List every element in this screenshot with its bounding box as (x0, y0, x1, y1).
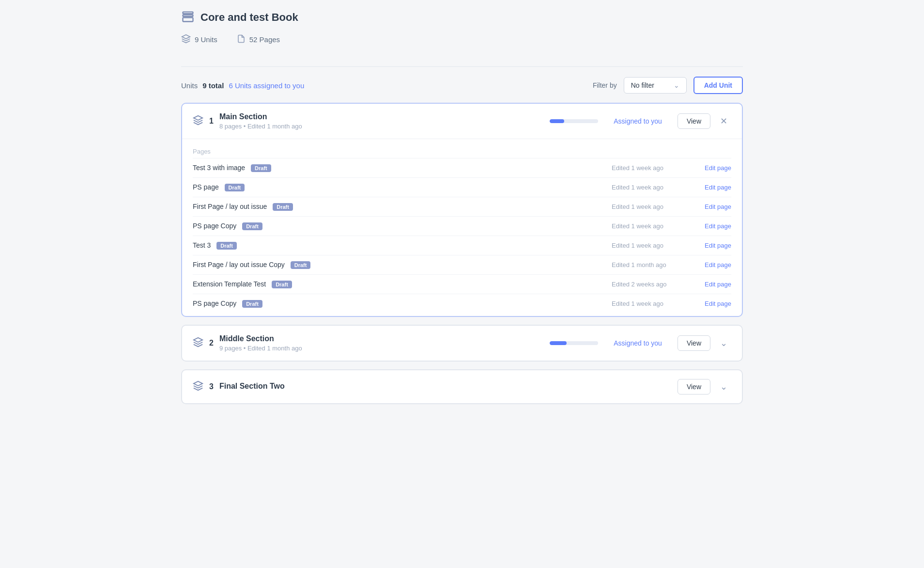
unit-info-3: Final Section Two (219, 382, 608, 392)
draft-badge-1-3: Draft (242, 222, 262, 230)
page-row-1-3: PS page Copy Draft Edited 1 week ago Edi… (193, 216, 731, 236)
units-header-left: Units 9 total 6 Units assigned to you (181, 81, 304, 90)
unit-header-2: 2 Middle Section 9 pages • Edited 1 mont… (182, 326, 742, 361)
edit-page-button-1-7[interactable]: Edit page (705, 300, 731, 307)
toggle-button-3[interactable]: ⌄ (716, 379, 731, 394)
page-edited-1-5: Edited 1 month ago (612, 261, 699, 268)
book-stack-icon (181, 10, 195, 25)
page-name-1-4: Test 3 Draft (193, 241, 606, 250)
edit-page-button-1-0[interactable]: Edit page (705, 164, 731, 172)
page-name-1-0: Test 3 with image Draft (193, 164, 606, 172)
draft-badge-1-6: Draft (272, 281, 292, 288)
pages-stat: 52 Pages (237, 34, 280, 45)
page-edited-1-0: Edited 1 week ago (612, 164, 699, 172)
svg-rect-2 (183, 17, 193, 21)
svg-marker-5 (194, 338, 202, 342)
page-edited-1-6: Edited 2 weeks ago (612, 281, 699, 288)
progress-fill-1 (550, 119, 564, 123)
draft-badge-1-4: Draft (216, 242, 237, 250)
units-count: 9 Units (195, 35, 217, 44)
draft-badge-1-5: Draft (291, 261, 311, 269)
header-divider (181, 66, 743, 67)
svg-marker-6 (194, 381, 202, 386)
page-edited-1-2: Edited 1 week ago (612, 203, 699, 210)
page-name-1-2: First Page / lay out issue Draft (193, 203, 606, 211)
filter-label: Filter by (593, 81, 617, 89)
draft-badge-1-1: Draft (225, 184, 245, 191)
pages-label-1: Pages (193, 144, 731, 158)
progress-track-2 (550, 341, 598, 345)
unit-info-2: Middle Section 9 pages • Edited 1 month … (219, 334, 544, 352)
unit-name-1: Main Section (219, 112, 544, 121)
svg-marker-4 (194, 116, 202, 120)
unit-card-2: 2 Middle Section 9 pages • Edited 1 mont… (181, 325, 743, 362)
edit-page-button-1-1[interactable]: Edit page (705, 184, 731, 191)
draft-badge-1-2: Draft (273, 203, 293, 211)
edit-page-button-1-6[interactable]: Edit page (705, 281, 731, 288)
unit-assigned-1: Assigned to you (614, 117, 662, 125)
view-button-1[interactable]: View (678, 113, 710, 129)
view-button-3[interactable]: View (678, 379, 710, 394)
svg-rect-1 (183, 15, 193, 17)
book-title: Core and test Book (200, 11, 298, 24)
toggle-button-2[interactable]: ⌄ (716, 336, 731, 350)
units-header-right: Filter by No filter ⌄ Add Unit (593, 77, 743, 94)
edit-page-button-1-2[interactable]: Edit page (705, 203, 731, 210)
units-list: 1 Main Section 8 pages • Edited 1 month … (181, 103, 743, 404)
unit-icon-1 (193, 115, 203, 127)
unit-number-2: 2 (209, 339, 214, 347)
page-edited-1-4: Edited 1 week ago (612, 242, 699, 249)
unit-number-3: 3 (209, 382, 214, 391)
units-label: Units (181, 81, 198, 90)
progress-fill-2 (550, 341, 567, 345)
unit-name-3: Final Section Two (219, 382, 608, 391)
unit-header-3: 3 Final Section Two View ⌄ (182, 370, 742, 403)
page-row-1-7: PS page Copy Draft Edited 1 week ago Edi… (193, 294, 731, 313)
unit-assigned-2: Assigned to you (614, 339, 662, 347)
edit-page-button-1-3[interactable]: Edit page (705, 222, 731, 230)
units-total: 9 total (202, 81, 224, 90)
units-assigned-link[interactable]: 6 Units assigned to you (229, 81, 304, 90)
draft-badge-1-0: Draft (251, 164, 271, 172)
add-unit-button[interactable]: Add Unit (693, 77, 743, 94)
pages-section-1: Pages Test 3 with image Draft Edited 1 w… (182, 139, 742, 316)
document-icon (237, 34, 246, 45)
page-name-1-1: PS page Draft (193, 183, 606, 191)
page-edited-1-7: Edited 1 week ago (612, 300, 699, 307)
page-name-1-6: Extension Template Test Draft (193, 280, 606, 288)
unit-card-1: 1 Main Section 8 pages • Edited 1 month … (181, 103, 743, 317)
toggle-button-1[interactable]: ✕ (716, 114, 731, 128)
edit-page-button-1-4[interactable]: Edit page (705, 242, 731, 249)
unit-card-3: 3 Final Section Two View ⌄ (181, 369, 743, 404)
unit-info-1: Main Section 8 pages • Edited 1 month ag… (219, 112, 544, 130)
page-edited-1-3: Edited 1 week ago (612, 222, 699, 230)
page-row-1-1: PS page Draft Edited 1 week ago Edit pag… (193, 177, 731, 197)
unit-number-1: 1 (209, 117, 214, 126)
page-edited-1-1: Edited 1 week ago (612, 184, 699, 191)
layers-icon (181, 34, 191, 45)
filter-value: No filter (631, 81, 654, 89)
view-button-2[interactable]: View (678, 335, 710, 351)
unit-icon-3 (193, 380, 203, 393)
draft-badge-1-7: Draft (242, 300, 262, 308)
page-row-1-5: First Page / lay out issue Copy Draft Ed… (193, 255, 731, 274)
unit-name-2: Middle Section (219, 334, 544, 343)
svg-rect-0 (183, 12, 193, 14)
unit-icon-2 (193, 337, 203, 349)
page-row-1-2: First Page / lay out issue Draft Edited … (193, 197, 731, 216)
units-header: Units 9 total 6 Units assigned to you Fi… (181, 77, 743, 94)
filter-select[interactable]: No filter ⌄ (624, 77, 687, 94)
progress-track-1 (550, 119, 598, 123)
unit-progress-2 (550, 341, 608, 345)
page-row-1-4: Test 3 Draft Edited 1 week ago Edit page (193, 236, 731, 255)
chevron-down-icon: ⌄ (674, 81, 679, 89)
unit-header-1: 1 Main Section 8 pages • Edited 1 month … (182, 104, 742, 139)
units-stat: 9 Units (181, 34, 217, 45)
pages-count: 52 Pages (249, 35, 280, 44)
unit-progress-1 (550, 119, 608, 123)
page-row-1-6: Extension Template Test Draft Edited 2 w… (193, 274, 731, 294)
edit-page-button-1-5[interactable]: Edit page (705, 261, 731, 268)
page-name-1-5: First Page / lay out issue Copy Draft (193, 261, 606, 269)
svg-marker-3 (182, 35, 190, 39)
page-row-1-0: Test 3 with image Draft Edited 1 week ag… (193, 158, 731, 177)
